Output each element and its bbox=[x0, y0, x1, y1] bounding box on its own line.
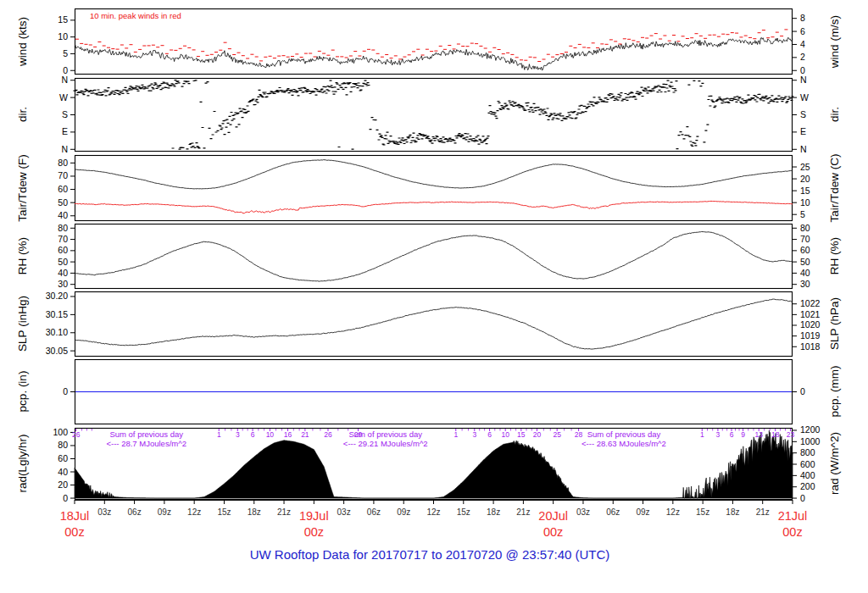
svg-text:1021: 1021 bbox=[800, 309, 821, 319]
svg-text:18z: 18z bbox=[248, 507, 261, 517]
svg-text:21z: 21z bbox=[756, 507, 770, 517]
svg-text:Sum of previous day: Sum of previous day bbox=[348, 430, 422, 439]
svg-text:30.10: 30.10 bbox=[46, 327, 68, 337]
svg-text:Sum of previous day: Sum of previous day bbox=[109, 430, 183, 439]
svg-text:09z: 09z bbox=[158, 507, 171, 517]
svg-text:09z: 09z bbox=[636, 507, 649, 517]
svg-text:1200: 1200 bbox=[800, 424, 821, 435]
svg-text:18: 18 bbox=[771, 430, 780, 439]
svg-text:1022: 1022 bbox=[800, 298, 821, 308]
svg-text:18z: 18z bbox=[487, 507, 500, 517]
svg-text:20Jul: 20Jul bbox=[538, 509, 568, 523]
svg-text:12z: 12z bbox=[666, 507, 680, 517]
svg-text:3: 3 bbox=[716, 430, 721, 439]
svg-text:40: 40 bbox=[58, 210, 68, 220]
svg-text:200: 200 bbox=[800, 481, 815, 491]
svg-text:28: 28 bbox=[575, 430, 583, 439]
svg-text:26: 26 bbox=[72, 430, 81, 439]
svg-text:S: S bbox=[800, 109, 806, 119]
svg-text:3: 3 bbox=[472, 430, 476, 439]
svg-text:N: N bbox=[61, 144, 68, 154]
pcp-panel: 00 bbox=[63, 360, 805, 424]
svg-text:23: 23 bbox=[787, 430, 795, 439]
svg-text:9: 9 bbox=[741, 430, 745, 439]
svg-text:20: 20 bbox=[800, 174, 810, 184]
svg-text:50: 50 bbox=[58, 197, 68, 208]
svg-text:60: 60 bbox=[800, 245, 810, 255]
svg-text:50: 50 bbox=[800, 257, 810, 267]
wind-panel: 0510150246810 min. peak winds in red bbox=[58, 9, 805, 75]
svg-text:12z: 12z bbox=[426, 507, 440, 517]
svg-text:80: 80 bbox=[58, 440, 68, 450]
svg-text:30.15: 30.15 bbox=[46, 309, 68, 319]
svg-text:15z: 15z bbox=[457, 507, 470, 517]
svg-text:1: 1 bbox=[217, 430, 221, 439]
svg-text:06z: 06z bbox=[128, 507, 142, 517]
svg-text:60: 60 bbox=[58, 184, 68, 194]
svg-text:100: 100 bbox=[53, 427, 68, 437]
svg-text:10: 10 bbox=[501, 430, 509, 439]
svg-text:N: N bbox=[800, 144, 807, 154]
svg-text:70: 70 bbox=[58, 234, 68, 244]
svg-text:16: 16 bbox=[284, 430, 292, 439]
svg-text:W: W bbox=[800, 92, 809, 103]
svg-text:03z: 03z bbox=[97, 507, 111, 517]
svg-text:21z: 21z bbox=[516, 507, 530, 517]
svg-text:20: 20 bbox=[58, 479, 68, 490]
svg-text:400: 400 bbox=[800, 470, 815, 480]
svg-text:40: 40 bbox=[58, 268, 68, 278]
svg-text:10: 10 bbox=[58, 31, 68, 42]
svg-text:15: 15 bbox=[517, 430, 526, 439]
svg-text:30: 30 bbox=[58, 279, 68, 289]
rh-panel: 304050607080304050607080 bbox=[58, 223, 810, 289]
svg-text:03z: 03z bbox=[337, 507, 351, 517]
svg-text:8: 8 bbox=[800, 13, 805, 23]
svg-text:80: 80 bbox=[800, 223, 810, 233]
svg-text:1: 1 bbox=[453, 430, 458, 439]
svg-text:15z: 15z bbox=[696, 507, 709, 517]
svg-text:600: 600 bbox=[800, 459, 815, 469]
rad-panel: 0204060801000200400600800100012002613610… bbox=[53, 424, 820, 502]
svg-text:5: 5 bbox=[63, 48, 68, 58]
svg-text:15: 15 bbox=[58, 14, 68, 25]
svg-text:N: N bbox=[800, 75, 807, 85]
svg-text:1000: 1000 bbox=[800, 436, 821, 446]
svg-text:0: 0 bbox=[63, 65, 68, 75]
svg-text:Sum of previous day: Sum of previous day bbox=[587, 430, 661, 439]
svg-text:800: 800 bbox=[800, 447, 815, 457]
svg-text:30.05: 30.05 bbox=[46, 346, 68, 356]
svg-text:3: 3 bbox=[236, 430, 240, 439]
uw-rooftop-weather-chart: 0510150246810 min. peak winds in redNWSE… bbox=[0, 0, 868, 593]
svg-text:06z: 06z bbox=[606, 507, 620, 517]
svg-text:0: 0 bbox=[800, 386, 805, 396]
svg-text:S: S bbox=[62, 109, 68, 119]
slp-panel: 30.0530.1030.1530.2010181019102010211022 bbox=[46, 291, 821, 356]
svg-text:26: 26 bbox=[324, 430, 332, 439]
svg-text:18z: 18z bbox=[726, 507, 739, 517]
dir-panel: NWSENNWSEN bbox=[59, 75, 809, 154]
svg-text:12z: 12z bbox=[187, 507, 201, 517]
tair-panel: 4050607080510152025 bbox=[58, 156, 810, 221]
svg-text:1: 1 bbox=[700, 430, 704, 439]
svg-text:6: 6 bbox=[251, 430, 255, 439]
svg-text:6: 6 bbox=[800, 26, 805, 36]
svg-text:<--- 28.63 MJoules/m^2: <--- 28.63 MJoules/m^2 bbox=[581, 439, 666, 448]
svg-text:10: 10 bbox=[800, 197, 810, 208]
svg-text:00z: 00z bbox=[543, 525, 563, 539]
svg-text:15z: 15z bbox=[217, 507, 231, 517]
svg-text:03z: 03z bbox=[576, 507, 590, 517]
svg-text:40: 40 bbox=[800, 268, 810, 278]
svg-text:21Jul: 21Jul bbox=[778, 509, 808, 523]
svg-text:00z: 00z bbox=[304, 525, 324, 539]
svg-text:25: 25 bbox=[553, 430, 561, 439]
svg-text:10 min. peak winds in red: 10 min. peak winds in red bbox=[90, 11, 181, 20]
svg-text:20: 20 bbox=[533, 430, 542, 439]
svg-text:0: 0 bbox=[800, 493, 805, 503]
svg-text:<--- 29.21 MJoules/m^2: <--- 29.21 MJoules/m^2 bbox=[343, 439, 428, 448]
svg-text:19Jul: 19Jul bbox=[299, 509, 329, 523]
svg-text:00z: 00z bbox=[782, 525, 802, 539]
svg-text:09z: 09z bbox=[397, 507, 410, 517]
svg-text:<--- 28.7 MJoules/m^2: <--- 28.7 MJoules/m^2 bbox=[106, 439, 186, 448]
svg-text:E: E bbox=[800, 126, 806, 136]
svg-text:30.20: 30.20 bbox=[46, 291, 68, 301]
